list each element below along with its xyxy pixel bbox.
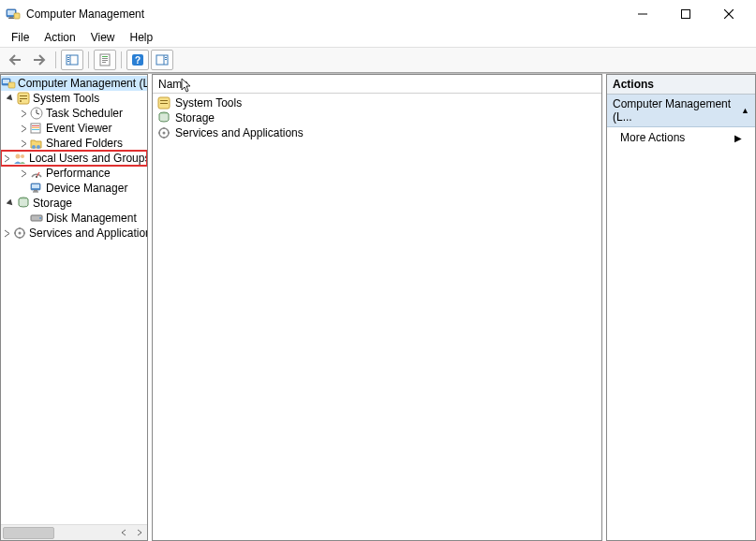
svg-point-41 <box>16 154 21 159</box>
menu-bar: File Action View Help <box>0 28 756 47</box>
tree-node-task-scheduler[interactable]: Task Scheduler <box>1 106 147 121</box>
storage-icon <box>16 196 31 211</box>
svg-rect-17 <box>102 60 108 61</box>
scroll-right-icon[interactable] <box>131 525 147 541</box>
back-button[interactable] <box>4 50 26 70</box>
list-item-label: System Tools <box>175 96 242 110</box>
forward-button[interactable] <box>28 50 51 70</box>
tree-node-services-apps[interactable]: Services and Applications <box>1 226 147 241</box>
disk-icon <box>29 211 44 226</box>
scroll-left-icon[interactable] <box>115 525 131 541</box>
list-item-label: Services and Applications <box>175 126 304 139</box>
tree-panel: Computer Management (Local System Tools … <box>0 74 148 541</box>
svg-rect-13 <box>67 61 69 62</box>
users-icon <box>12 151 27 166</box>
tree-label: Device Manager <box>46 182 127 195</box>
tree-node-event-viewer[interactable]: Event Viewer <box>1 121 147 136</box>
expander-closed-icon[interactable] <box>18 123 29 134</box>
tree-node-disk-management[interactable]: Disk Management <box>1 211 147 226</box>
menu-file[interactable]: File <box>4 29 37 46</box>
svg-point-53 <box>19 232 22 235</box>
show-hide-tree-button[interactable] <box>61 50 83 70</box>
help-button[interactable]: ? <box>126 50 149 70</box>
svg-rect-16 <box>102 58 108 59</box>
list-item-label: Storage <box>175 111 215 124</box>
expander-closed-icon[interactable] <box>18 138 29 149</box>
svg-rect-15 <box>102 56 108 57</box>
system-tools-icon <box>16 91 31 106</box>
minimize-button[interactable] <box>621 0 664 28</box>
svg-point-39 <box>32 145 36 149</box>
tree-label: Shared Folders <box>46 137 123 150</box>
tree-label: Computer Management (Local <box>18 77 147 90</box>
body: Computer Management (Local System Tools … <box>0 73 756 541</box>
tree-node-system-tools[interactable]: System Tools <box>1 91 147 106</box>
list-body[interactable]: System Tools Storage Services and Applic… <box>153 94 601 540</box>
tree-node-shared-folders[interactable]: Shared Folders <box>1 136 147 151</box>
tree-node-performance[interactable]: Performance <box>1 166 147 181</box>
expander-closed-icon[interactable] <box>18 108 29 119</box>
svg-rect-36 <box>32 125 39 126</box>
show-hide-action-pane-button[interactable] <box>151 50 173 70</box>
tree-label: Disk Management <box>46 212 137 225</box>
list-item-storage[interactable]: Storage <box>156 110 598 125</box>
svg-rect-4 <box>14 13 20 19</box>
console-tree[interactable]: Computer Management (Local System Tools … <box>1 75 147 524</box>
svg-rect-3 <box>8 18 14 19</box>
svg-rect-12 <box>67 59 69 60</box>
system-tools-icon <box>156 95 171 110</box>
tree-label: Local Users and Groups <box>29 152 147 165</box>
actions-more[interactable]: More Actions ▶ <box>607 127 755 148</box>
svg-rect-37 <box>32 127 39 128</box>
svg-point-51 <box>39 217 41 219</box>
chevron-right-icon: ▶ <box>734 133 742 143</box>
menu-help[interactable]: Help <box>123 29 161 46</box>
expander-closed-icon[interactable] <box>18 168 29 179</box>
expander-open-icon[interactable] <box>5 93 16 104</box>
tree-node-local-users-groups[interactable]: Local Users and Groups <box>1 151 147 166</box>
storage-icon <box>156 110 171 125</box>
expander-closed-icon[interactable] <box>1 227 12 239</box>
cursor-icon <box>181 78 194 97</box>
svg-rect-23 <box>165 57 167 58</box>
properties-button[interactable] <box>94 50 116 70</box>
tree-label: Services and Applications <box>29 227 147 240</box>
svg-rect-46 <box>32 184 39 188</box>
svg-point-31 <box>20 100 22 102</box>
svg-point-42 <box>21 154 24 158</box>
tree-node-root[interactable]: Computer Management (Local <box>1 76 147 91</box>
maximize-button[interactable] <box>664 0 707 28</box>
svg-point-44 <box>36 176 37 178</box>
shared-folder-icon <box>29 136 44 151</box>
close-button[interactable] <box>707 0 750 28</box>
svg-rect-48 <box>33 192 38 193</box>
svg-text:?: ? <box>135 55 141 66</box>
expander-open-icon[interactable] <box>5 197 16 209</box>
services-icon <box>156 125 171 140</box>
tree-node-storage[interactable]: Storage <box>1 196 147 211</box>
app-icon <box>6 7 21 22</box>
expander-closed-icon[interactable] <box>1 153 12 164</box>
tree-label: Storage <box>33 197 72 210</box>
actions-group-label: Computer Management (L... <box>613 97 741 124</box>
scrollbar-thumb[interactable] <box>3 527 54 539</box>
list-column-header[interactable]: Name <box>153 75 601 94</box>
tree-label: Event Viewer <box>46 122 111 135</box>
list-item-services-apps[interactable]: Services and Applications <box>156 125 598 140</box>
toolbar-separator <box>55 51 56 68</box>
window-title: Computer Management <box>26 7 144 21</box>
list-panel: Name System Tools Storage Services and A… <box>152 74 602 541</box>
horizontal-scrollbar[interactable] <box>1 524 147 540</box>
list-item-system-tools[interactable]: System Tools <box>156 95 598 110</box>
window-controls <box>621 0 750 28</box>
menu-action[interactable]: Action <box>37 29 82 46</box>
tree-node-device-manager[interactable]: Device Manager <box>1 181 147 196</box>
device-manager-icon <box>29 181 44 196</box>
actions-group-header[interactable]: Computer Management (L... ▲ <box>607 95 755 127</box>
collapse-icon[interactable]: ▲ <box>741 106 749 115</box>
services-icon <box>12 226 27 241</box>
svg-rect-30 <box>20 98 27 99</box>
menu-view[interactable]: View <box>83 29 123 46</box>
svg-point-63 <box>163 132 166 135</box>
tree-label: Performance <box>46 167 111 180</box>
